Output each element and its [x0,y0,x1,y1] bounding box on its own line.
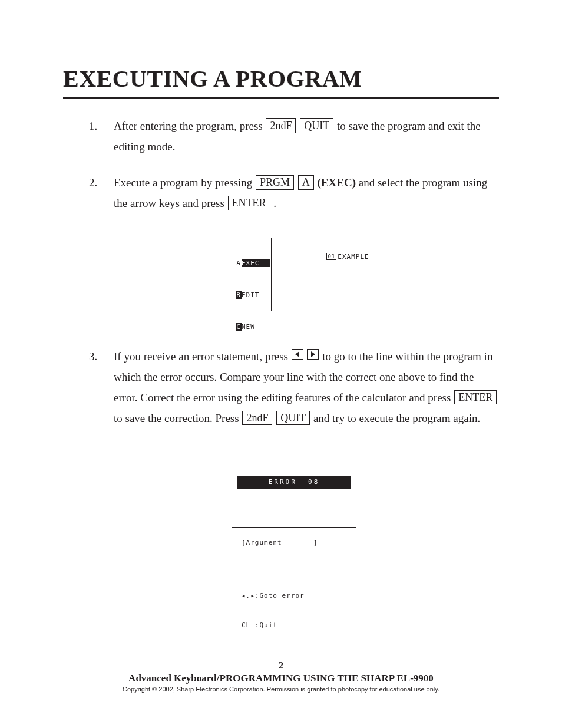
lcd-error: ERROR 08 [Argument ] ◂,▸:Goto error CL :… [232,444,356,528]
key-enter: ENTER [454,390,497,405]
error-goto: ◂,▸:Goto error [242,591,346,601]
svg-marker-1 [311,351,315,357]
title-rule [63,97,499,99]
step-number: 3. [89,346,97,367]
prgm-list: 01EXAMPLE [271,238,371,311]
step-text: Execute a program by pressing [114,176,255,189]
key-quit: QUIT [276,411,310,426]
series-title: Advanced Keyboard/PROGRAMMING USING THE … [0,673,562,684]
step-3: 3. If you receive an error statement, pr… [89,346,499,429]
step-text: to save the correction. Press [114,412,242,424]
arrow-left-icon [294,351,301,358]
copyright: Copyright © 2002, Sharp Electronics Corp… [0,686,562,693]
error-argument: [Argument ] [242,538,346,548]
exec-label: (EXEC) [318,176,356,189]
page-number: 2 [0,660,562,671]
error-title: ERROR 08 [237,476,351,489]
key-right-arrow [307,349,319,360]
list-item: 01EXAMPLE [326,253,369,261]
svg-marker-0 [295,351,299,357]
key-a: A [298,175,314,190]
page: EXECUTING A PROGRAM 1. After entering th… [0,0,562,728]
step-text: . [273,197,276,209]
error-quit: CL :Quit [242,621,346,631]
arrow-right-icon [309,351,316,358]
key-quit: QUIT [300,118,333,133]
key-left-arrow [292,349,303,360]
step-number: 2. [89,172,97,193]
step-2: 2. Execute a program by pressing PRGM A … [89,172,499,213]
step-text: After entering the program, press [114,120,265,132]
key-prgm: PRGM [256,175,294,190]
menu-new: CNEW [236,323,270,331]
lcd-error-wrap: ERROR 08 [Argument ] ◂,▸:Goto error CL :… [89,444,499,528]
steps-list-2: 3. If you receive an error statement, pr… [89,346,499,429]
key-enter: ENTER [228,196,270,210]
menu-exec: AEXEC [236,259,270,267]
prgm-menu: AEXEC BEDIT CNEW [236,236,270,311]
step-text: and try to execute the program again. [313,412,480,424]
footer: 2 Advanced Keyboard/PROGRAMMING USING TH… [0,660,562,693]
step-1: 1. After entering the program, press 2nd… [89,116,499,157]
body: 1. After entering the program, press 2nd… [63,116,499,528]
steps-list: 1. After entering the program, press 2nd… [89,116,499,214]
menu-edit: BEDIT [236,291,270,299]
lcd-prgm: AEXEC BEDIT CNEW 01EXAMPLE [232,232,356,315]
key-2ndf: 2ndF [242,411,272,426]
page-title: EXECUTING A PROGRAM [63,65,499,93]
step-text: If you receive an error statement, press [114,350,291,363]
lcd-prgm-wrap: AEXEC BEDIT CNEW 01EXAMPLE [89,232,499,315]
key-2ndf: 2ndF [266,118,296,133]
step-number: 1. [89,116,97,136]
